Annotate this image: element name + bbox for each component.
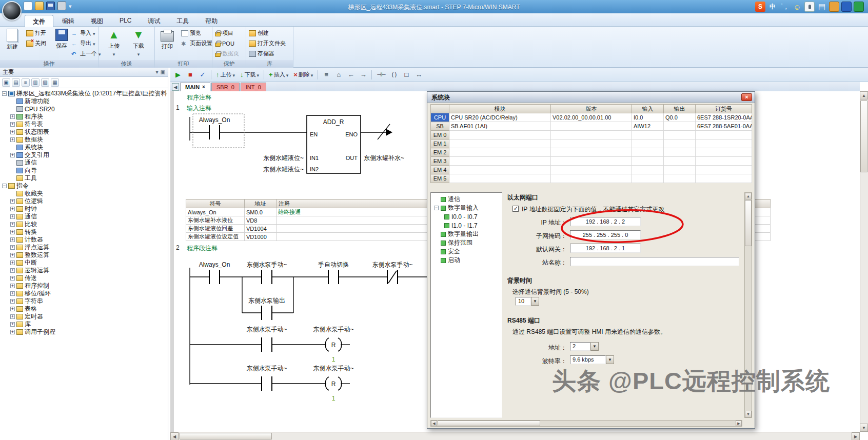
emoji-icon[interactable]: ☺	[792, 2, 802, 12]
dropdown-arrow-icon[interactable]	[590, 342, 599, 351]
expand-icon[interactable]	[10, 245, 15, 250]
module-row-em3[interactable]: EM 3	[431, 157, 752, 166]
scroll-down-icon[interactable]: ▼	[745, 411, 752, 417]
dropdown-arrow-icon[interactable]	[531, 297, 539, 306]
baud-rate-select[interactable]: 9.6 kbps	[570, 355, 614, 364]
tab-main[interactable]: MAIN	[180, 83, 210, 91]
expand-icon[interactable]	[10, 207, 15, 211]
close-button[interactable]: 关闭	[25, 38, 48, 48]
module-row-em5[interactable]: EM 5	[431, 174, 752, 183]
expand-icon[interactable]	[10, 330, 15, 334]
expand-icon[interactable]	[10, 284, 15, 288]
new-button[interactable]: 新建	[1, 27, 24, 59]
tree-item-timer[interactable]: 定时器	[0, 313, 168, 321]
nav-item-startup[interactable]: 启动	[431, 256, 502, 265]
tree-item-comm-instr[interactable]: 通信	[0, 213, 168, 221]
tree-tool-icon[interactable]: ▣	[2, 78, 10, 87]
expand-icon[interactable]	[10, 153, 15, 157]
tab-int0[interactable]: INT_0	[241, 83, 266, 91]
in2-operand[interactable]: 东侧水罐液位~	[263, 166, 304, 173]
previous-button[interactable]: 上一个	[70, 49, 103, 58]
tree-item-bit-logic[interactable]: 位逻辑	[0, 197, 168, 205]
nav-item-communication[interactable]: 通信	[431, 195, 502, 204]
tree-item-symbol-table[interactable]: 符号表	[0, 121, 168, 128]
horizontal-scrollbar[interactable]	[170, 432, 860, 440]
tray-app-icon[interactable]	[841, 2, 852, 12]
tree-item-table[interactable]: 表格	[0, 305, 168, 313]
expand-icon[interactable]	[10, 222, 15, 227]
scroll-down-icon[interactable]	[860, 424, 868, 432]
tree-item-clock[interactable]: 时钟	[0, 205, 168, 213]
expand-icon[interactable]	[10, 322, 15, 327]
out-operand[interactable]: 东侧水罐补水~	[364, 154, 404, 162]
scroll-right-icon[interactable]: ▶	[736, 421, 742, 426]
toolbox-icon[interactable]	[829, 2, 839, 12]
tree-item-call-subroutine[interactable]: 调用子例程	[0, 328, 168, 336]
coil-operand[interactable]: 东侧水泵手动~	[313, 326, 353, 333]
compile-button[interactable]	[197, 69, 208, 81]
tree-item-program-control[interactable]: 程序控制	[0, 282, 168, 290]
expand-icon[interactable]	[10, 268, 15, 273]
nav-item-i0[interactable]: I0.0 - I0.7	[431, 212, 502, 221]
tree-tool-icon[interactable]: ▧	[41, 78, 49, 87]
expand-icon[interactable]	[10, 299, 15, 304]
contact-operand[interactable]: 东侧水泵手动~	[246, 261, 287, 268]
protect-pou-button[interactable]: POU	[213, 38, 241, 48]
tree-item-system-block[interactable]: 系统块	[0, 144, 168, 151]
expand-icon[interactable]	[10, 314, 15, 319]
scroll-left-icon[interactable]: ◀	[431, 421, 437, 426]
tree-item-cross-reference[interactable]: 交叉引用	[0, 151, 168, 159]
create-library-button[interactable]: 创建	[247, 28, 287, 38]
collapse-icon[interactable]	[2, 91, 7, 96]
rs485-address-select[interactable]: 2	[570, 342, 599, 351]
tree-item-instructions[interactable]: 指令	[0, 182, 168, 190]
expand-icon[interactable]	[10, 230, 15, 234]
nav-item-retentive-ranges[interactable]: 保持范围	[431, 238, 502, 247]
tray-upload-icon[interactable]	[854, 2, 864, 12]
stop-button[interactable]	[185, 69, 196, 81]
tree-item-program-block[interactable]: 程序块	[0, 113, 168, 121]
scroll-left-icon[interactable]	[170, 432, 179, 440]
tab-plc[interactable]: PLC	[112, 15, 139, 27]
navigate-back-button[interactable]	[345, 69, 357, 81]
ip-fixed-checkbox[interactable]	[512, 206, 519, 212]
tab-sbr0[interactable]: SBR_0	[211, 83, 240, 91]
module-row-em4[interactable]: EM 4	[431, 166, 752, 174]
close-tab-icon[interactable]	[202, 84, 205, 91]
insert-box-button[interactable]	[401, 69, 412, 81]
nav-item-i1[interactable]: I1.0 - I1.7	[431, 221, 502, 230]
protect-project-button[interactable]: 项目	[213, 28, 241, 38]
memory-button[interactable]: 存储器	[247, 49, 287, 58]
expand-icon[interactable]	[10, 276, 15, 281]
module-row-cpu[interactable]: CPU CPU SR20 (AC/DC/Relay) V02.02.00_00.…	[431, 113, 752, 122]
tree-item-tools[interactable]: 工具	[0, 174, 168, 182]
close-dialog-button[interactable]	[741, 93, 752, 101]
delete-button[interactable]: 删除	[291, 69, 315, 81]
module-row-em1[interactable]: EM 1	[431, 139, 752, 148]
download-button[interactable]: 下载	[127, 27, 150, 59]
collapse-icon[interactable]	[2, 184, 7, 188]
upload-toolbar-button[interactable]: 上传	[214, 69, 237, 81]
scrollbar-thumb[interactable]	[438, 421, 540, 426]
scroll-up-icon[interactable]: ▲	[745, 193, 752, 199]
tree-item-convert[interactable]: 转换	[0, 228, 168, 236]
expand-icon[interactable]	[10, 114, 15, 119]
coil-n-value[interactable]: 1	[332, 356, 336, 363]
tab-debug[interactable]: 调试	[140, 15, 168, 27]
download-toolbar-button[interactable]: 下载	[238, 69, 261, 81]
expand-icon[interactable]	[10, 307, 15, 311]
preview-button[interactable]: 预览	[180, 28, 214, 38]
nav-item-digital-inputs[interactable]: 数字量输入	[431, 204, 502, 212]
open-library-folder-button[interactable]: 打开文件夹	[247, 38, 287, 48]
scrollbar-thumb[interactable]	[745, 200, 752, 246]
tree-tool-icon[interactable]: ▤	[12, 78, 20, 87]
tree-item-logic-ops[interactable]: 逻辑运算	[0, 267, 168, 274]
expand-icon[interactable]	[10, 130, 15, 134]
expand-icon[interactable]	[10, 122, 15, 127]
app-logo[interactable]	[2, 1, 22, 21]
contact-operand[interactable]: 东侧水泵手动~	[246, 326, 287, 333]
panel-menu-icon[interactable]	[156, 69, 159, 75]
print-button[interactable]: 打印	[156, 27, 179, 59]
quick-access-caret-icon[interactable]	[69, 3, 72, 10]
open-file-icon[interactable]	[35, 2, 44, 10]
